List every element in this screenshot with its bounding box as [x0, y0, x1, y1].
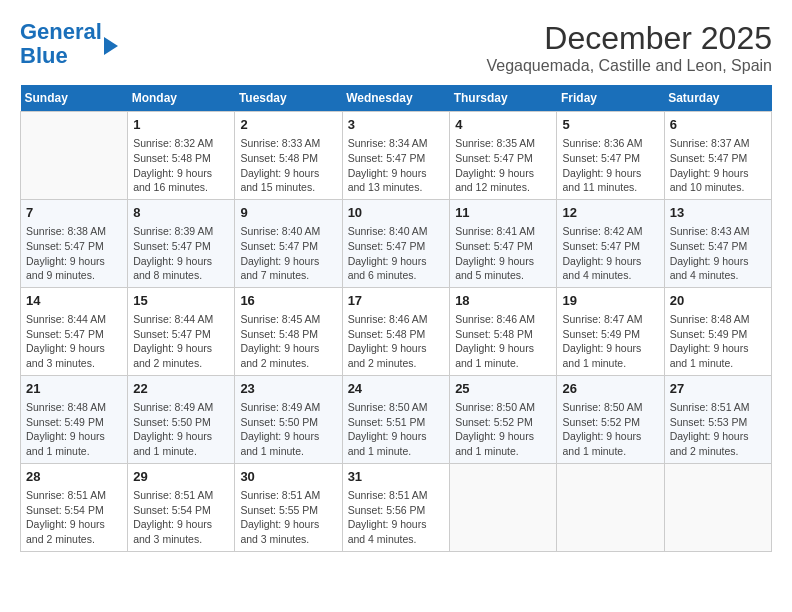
day-number: 4 [455, 116, 551, 134]
day-info: Sunrise: 8:33 AMSunset: 5:48 PMDaylight:… [240, 136, 336, 195]
calendar-cell: 6Sunrise: 8:37 AMSunset: 5:47 PMDaylight… [664, 112, 771, 200]
day-info: Sunrise: 8:46 AMSunset: 5:48 PMDaylight:… [348, 312, 445, 371]
calendar-cell: 10Sunrise: 8:40 AMSunset: 5:47 PMDayligh… [342, 199, 450, 287]
calendar-cell [664, 463, 771, 551]
day-number: 30 [240, 468, 336, 486]
calendar-week-row: 1Sunrise: 8:32 AMSunset: 5:48 PMDaylight… [21, 112, 772, 200]
day-number: 19 [562, 292, 658, 310]
header-wednesday: Wednesday [342, 85, 450, 112]
header-sunday: Sunday [21, 85, 128, 112]
calendar-cell: 2Sunrise: 8:33 AMSunset: 5:48 PMDaylight… [235, 112, 342, 200]
day-info: Sunrise: 8:50 AMSunset: 5:51 PMDaylight:… [348, 400, 445, 459]
calendar-cell: 31Sunrise: 8:51 AMSunset: 5:56 PMDayligh… [342, 463, 450, 551]
day-info: Sunrise: 8:50 AMSunset: 5:52 PMDaylight:… [562, 400, 658, 459]
logo: General Blue [20, 20, 118, 68]
day-number: 5 [562, 116, 658, 134]
calendar-week-row: 14Sunrise: 8:44 AMSunset: 5:47 PMDayligh… [21, 287, 772, 375]
calendar-cell: 1Sunrise: 8:32 AMSunset: 5:48 PMDaylight… [128, 112, 235, 200]
calendar-cell: 8Sunrise: 8:39 AMSunset: 5:47 PMDaylight… [128, 199, 235, 287]
day-number: 6 [670, 116, 766, 134]
day-number: 15 [133, 292, 229, 310]
day-number: 26 [562, 380, 658, 398]
page-header: General Blue December 2025 Vegaquemada, … [20, 20, 772, 75]
day-number: 18 [455, 292, 551, 310]
day-number: 16 [240, 292, 336, 310]
calendar-cell: 23Sunrise: 8:49 AMSunset: 5:50 PMDayligh… [235, 375, 342, 463]
day-info: Sunrise: 8:32 AMSunset: 5:48 PMDaylight:… [133, 136, 229, 195]
day-number: 10 [348, 204, 445, 222]
calendar-cell: 15Sunrise: 8:44 AMSunset: 5:47 PMDayligh… [128, 287, 235, 375]
day-info: Sunrise: 8:39 AMSunset: 5:47 PMDaylight:… [133, 224, 229, 283]
day-info: Sunrise: 8:42 AMSunset: 5:47 PMDaylight:… [562, 224, 658, 283]
day-info: Sunrise: 8:51 AMSunset: 5:55 PMDaylight:… [240, 488, 336, 547]
day-info: Sunrise: 8:50 AMSunset: 5:52 PMDaylight:… [455, 400, 551, 459]
day-number: 29 [133, 468, 229, 486]
day-info: Sunrise: 8:44 AMSunset: 5:47 PMDaylight:… [26, 312, 122, 371]
day-number: 12 [562, 204, 658, 222]
day-info: Sunrise: 8:51 AMSunset: 5:53 PMDaylight:… [670, 400, 766, 459]
calendar-cell [557, 463, 664, 551]
calendar-cell: 3Sunrise: 8:34 AMSunset: 5:47 PMDaylight… [342, 112, 450, 200]
calendar-cell: 28Sunrise: 8:51 AMSunset: 5:54 PMDayligh… [21, 463, 128, 551]
header-saturday: Saturday [664, 85, 771, 112]
day-info: Sunrise: 8:47 AMSunset: 5:49 PMDaylight:… [562, 312, 658, 371]
calendar-cell: 25Sunrise: 8:50 AMSunset: 5:52 PMDayligh… [450, 375, 557, 463]
calendar-cell [450, 463, 557, 551]
logo-arrow-icon [104, 37, 118, 55]
logo-line2: Blue [20, 43, 68, 68]
day-number: 3 [348, 116, 445, 134]
day-info: Sunrise: 8:40 AMSunset: 5:47 PMDaylight:… [348, 224, 445, 283]
day-number: 2 [240, 116, 336, 134]
calendar-header-row: SundayMondayTuesdayWednesdayThursdayFrid… [21, 85, 772, 112]
day-info: Sunrise: 8:45 AMSunset: 5:48 PMDaylight:… [240, 312, 336, 371]
calendar-cell: 9Sunrise: 8:40 AMSunset: 5:47 PMDaylight… [235, 199, 342, 287]
day-info: Sunrise: 8:49 AMSunset: 5:50 PMDaylight:… [133, 400, 229, 459]
location-title: Vegaquemada, Castille and Leon, Spain [486, 57, 772, 75]
calendar-cell: 26Sunrise: 8:50 AMSunset: 5:52 PMDayligh… [557, 375, 664, 463]
calendar-cell: 12Sunrise: 8:42 AMSunset: 5:47 PMDayligh… [557, 199, 664, 287]
day-number: 22 [133, 380, 229, 398]
day-info: Sunrise: 8:51 AMSunset: 5:56 PMDaylight:… [348, 488, 445, 547]
calendar-cell: 19Sunrise: 8:47 AMSunset: 5:49 PMDayligh… [557, 287, 664, 375]
day-number: 8 [133, 204, 229, 222]
day-number: 9 [240, 204, 336, 222]
calendar-week-row: 28Sunrise: 8:51 AMSunset: 5:54 PMDayligh… [21, 463, 772, 551]
calendar-cell: 18Sunrise: 8:46 AMSunset: 5:48 PMDayligh… [450, 287, 557, 375]
calendar-cell: 7Sunrise: 8:38 AMSunset: 5:47 PMDaylight… [21, 199, 128, 287]
day-info: Sunrise: 8:35 AMSunset: 5:47 PMDaylight:… [455, 136, 551, 195]
day-number: 13 [670, 204, 766, 222]
day-number: 17 [348, 292, 445, 310]
calendar-cell: 29Sunrise: 8:51 AMSunset: 5:54 PMDayligh… [128, 463, 235, 551]
day-number: 11 [455, 204, 551, 222]
day-info: Sunrise: 8:40 AMSunset: 5:47 PMDaylight:… [240, 224, 336, 283]
calendar-cell: 22Sunrise: 8:49 AMSunset: 5:50 PMDayligh… [128, 375, 235, 463]
calendar-cell: 11Sunrise: 8:41 AMSunset: 5:47 PMDayligh… [450, 199, 557, 287]
logo-line1: General [20, 19, 102, 44]
month-title: December 2025 [486, 20, 772, 57]
day-info: Sunrise: 8:48 AMSunset: 5:49 PMDaylight:… [670, 312, 766, 371]
calendar-cell: 5Sunrise: 8:36 AMSunset: 5:47 PMDaylight… [557, 112, 664, 200]
calendar-cell: 14Sunrise: 8:44 AMSunset: 5:47 PMDayligh… [21, 287, 128, 375]
calendar-week-row: 7Sunrise: 8:38 AMSunset: 5:47 PMDaylight… [21, 199, 772, 287]
calendar-cell: 17Sunrise: 8:46 AMSunset: 5:48 PMDayligh… [342, 287, 450, 375]
day-number: 20 [670, 292, 766, 310]
day-number: 7 [26, 204, 122, 222]
day-number: 1 [133, 116, 229, 134]
day-info: Sunrise: 8:51 AMSunset: 5:54 PMDaylight:… [133, 488, 229, 547]
day-number: 31 [348, 468, 445, 486]
calendar-cell [21, 112, 128, 200]
calendar-cell: 16Sunrise: 8:45 AMSunset: 5:48 PMDayligh… [235, 287, 342, 375]
day-info: Sunrise: 8:36 AMSunset: 5:47 PMDaylight:… [562, 136, 658, 195]
calendar-cell: 27Sunrise: 8:51 AMSunset: 5:53 PMDayligh… [664, 375, 771, 463]
day-info: Sunrise: 8:48 AMSunset: 5:49 PMDaylight:… [26, 400, 122, 459]
day-number: 28 [26, 468, 122, 486]
logo-text: General Blue [20, 20, 102, 68]
header-tuesday: Tuesday [235, 85, 342, 112]
day-info: Sunrise: 8:44 AMSunset: 5:47 PMDaylight:… [133, 312, 229, 371]
calendar-table: SundayMondayTuesdayWednesdayThursdayFrid… [20, 85, 772, 552]
day-number: 21 [26, 380, 122, 398]
header-thursday: Thursday [450, 85, 557, 112]
day-number: 23 [240, 380, 336, 398]
day-info: Sunrise: 8:49 AMSunset: 5:50 PMDaylight:… [240, 400, 336, 459]
calendar-cell: 20Sunrise: 8:48 AMSunset: 5:49 PMDayligh… [664, 287, 771, 375]
